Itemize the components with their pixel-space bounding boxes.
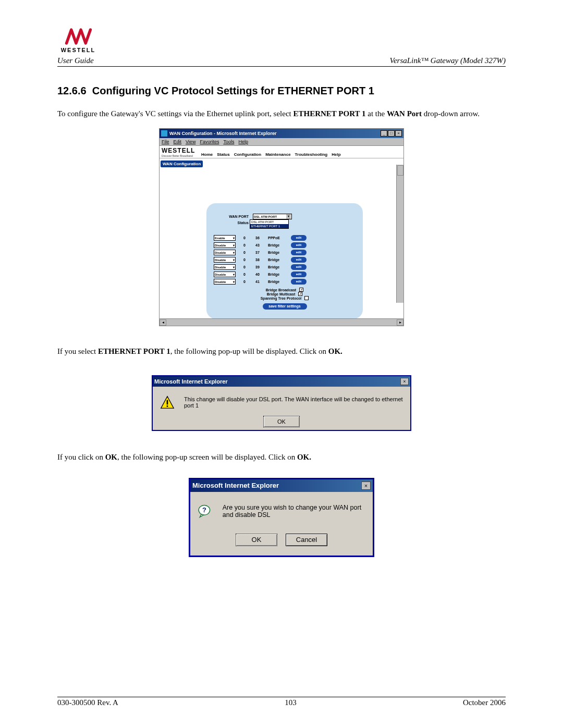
edit-button[interactable]: edit bbox=[291, 257, 307, 263]
menu-tools[interactable]: Tools bbox=[223, 139, 234, 144]
ie-icon bbox=[161, 130, 167, 137]
warning-dialog: Microsoft Internet Explorer × This chang… bbox=[152, 375, 411, 431]
close-button[interactable]: × bbox=[395, 130, 402, 137]
spanning-tree-checkbox[interactable] bbox=[304, 296, 309, 300]
nav-configuration[interactable]: Configuration bbox=[234, 152, 261, 157]
dropdown-option-dsl[interactable]: DSL ATM PORT bbox=[250, 220, 288, 224]
nav-home[interactable]: Home bbox=[201, 152, 213, 157]
row-select[interactable]: Enable▾ bbox=[214, 235, 236, 241]
intro-paragraph: To configure the Gateway's VC settings v… bbox=[57, 108, 506, 119]
vc-table: Enable▾036PPPoEedit Disable▾043Bridgeedi… bbox=[214, 235, 356, 285]
menu-edit[interactable]: Edit bbox=[174, 139, 182, 144]
dialog-message: Are you sure you wish to change your WAN… bbox=[223, 504, 365, 519]
dialog-titlebar: Microsoft Internet Explorer × bbox=[153, 376, 410, 387]
row-select[interactable]: Disable▾ bbox=[214, 264, 236, 270]
main-nav: Home Status Configuration Maintenance Tr… bbox=[201, 147, 341, 157]
menu-view[interactable]: View bbox=[186, 139, 195, 144]
dialog-message: This change will disable your DSL port. … bbox=[184, 396, 403, 409]
menu-file[interactable]: File bbox=[162, 139, 169, 144]
wan-port-dropdown-list[interactable]: DSL ATM PORT ETHERNET PORT 1 bbox=[250, 219, 289, 229]
edit-button[interactable]: edit bbox=[291, 242, 307, 248]
nav-maintenance[interactable]: Maintenance bbox=[265, 152, 290, 157]
svg-text:?: ? bbox=[202, 506, 206, 514]
sidebar-wan-config[interactable]: WAN Configuration bbox=[161, 161, 203, 167]
minimize-button[interactable]: _ bbox=[381, 130, 387, 137]
ok-button[interactable]: OK bbox=[263, 416, 300, 427]
ok-button[interactable]: OK bbox=[236, 534, 277, 546]
maximize-button[interactable]: □ bbox=[388, 130, 395, 137]
row-select[interactable]: Disable▾ bbox=[214, 242, 236, 248]
brand-header: WESTELL Discover Better Broadband Home S… bbox=[160, 146, 403, 158]
edit-button[interactable]: edit bbox=[291, 279, 307, 285]
status-label: Status bbox=[214, 221, 253, 225]
bridge-multicast-label: Bridge Multicast bbox=[267, 292, 295, 296]
close-icon[interactable]: × bbox=[400, 378, 409, 385]
confirm-dialog: Microsoft Internet Explorer × ? Are you … bbox=[189, 478, 374, 557]
cancel-button[interactable]: Cancel bbox=[286, 534, 327, 546]
paragraph-2: If you select ETHERNET PORT 1, the follo… bbox=[57, 346, 506, 356]
nav-status[interactable]: Status bbox=[217, 152, 229, 157]
chevron-down-icon: ▾ bbox=[286, 214, 291, 219]
window-titlebar: WAN Configuration - Microsoft Internet E… bbox=[160, 129, 403, 138]
row-select[interactable]: Disable▾ bbox=[214, 272, 236, 277]
bridge-broadcast-label: Bridge Broadcast bbox=[266, 288, 296, 292]
row-select[interactable]: Disable▾ bbox=[214, 257, 236, 263]
config-panel: WAN PORT DSL ATM PORT ▾ DSL ATM PORT ETH… bbox=[206, 203, 363, 319]
svg-rect-1 bbox=[167, 405, 168, 407]
header-left: User Guide bbox=[57, 56, 94, 65]
wan-port-label: WAN PORT bbox=[214, 215, 253, 218]
horizontal-scrollbar[interactable]: ◂ ▸ bbox=[160, 318, 403, 326]
footer-center: 103 bbox=[285, 698, 297, 707]
edit-button[interactable]: edit bbox=[291, 250, 307, 255]
brand-name: WESTELL bbox=[162, 147, 201, 154]
westell-logo-icon bbox=[64, 26, 93, 47]
page-header: User Guide VersaLink™ Gateway (Model 327… bbox=[57, 56, 506, 67]
paragraph-3: If you click on OK, the following pop-up… bbox=[57, 452, 506, 462]
menu-help[interactable]: Help bbox=[238, 139, 248, 144]
wan-config-screenshot: WAN Configuration - Microsoft Internet E… bbox=[159, 128, 404, 326]
svg-rect-0 bbox=[167, 400, 168, 404]
edit-button[interactable]: edit bbox=[291, 264, 307, 270]
footer-right: October 2006 bbox=[463, 698, 506, 707]
bridge-multicast-checkbox[interactable]: ✓ bbox=[298, 292, 302, 296]
question-icon: ? bbox=[198, 502, 211, 520]
scroll-left-icon[interactable]: ◂ bbox=[160, 319, 166, 326]
footer-left: 030-300500 Rev. A bbox=[57, 698, 118, 707]
dialog-title: Microsoft Internet Explorer bbox=[192, 482, 279, 489]
section-title: 12.6.6 Configuring VC Protocol Settings … bbox=[57, 85, 506, 97]
logo: WESTELL bbox=[57, 26, 99, 53]
menu-favorites[interactable]: Favorites bbox=[200, 139, 219, 144]
wan-port-dropdown[interactable]: DSL ATM PORT ▾ bbox=[253, 214, 292, 219]
spanning-tree-label: Spanning Tree Protocol bbox=[261, 297, 302, 300]
vertical-scrollbar[interactable] bbox=[396, 165, 403, 303]
row-select[interactable]: Disable▾ bbox=[214, 279, 236, 285]
header-right: VersaLink™ Gateway (Model 327W) bbox=[389, 56, 506, 65]
bridge-broadcast-checkbox[interactable]: ✓ bbox=[299, 288, 303, 292]
nav-troubleshooting[interactable]: Troubleshooting bbox=[295, 152, 328, 157]
save-filter-button[interactable]: save filter settings bbox=[263, 303, 307, 310]
dialog-titlebar: Microsoft Internet Explorer × bbox=[190, 479, 373, 492]
edit-button[interactable]: edit bbox=[291, 272, 307, 277]
dialog-title: Microsoft Internet Explorer bbox=[154, 378, 228, 385]
row-select[interactable]: Disable▾ bbox=[214, 250, 236, 255]
dropdown-option-ethernet[interactable]: ETHERNET PORT 1 bbox=[250, 224, 288, 228]
window-title: WAN Configuration - Microsoft Internet E… bbox=[169, 131, 381, 136]
edit-button[interactable]: edit bbox=[291, 235, 307, 241]
warning-icon bbox=[160, 395, 175, 410]
page-footer: 030-300500 Rev. A 103 October 2006 bbox=[57, 697, 506, 707]
logo-text: WESTELL bbox=[61, 47, 96, 53]
brand-tagline: Discover Better Broadband bbox=[162, 154, 201, 157]
scroll-right-icon[interactable]: ▸ bbox=[397, 319, 403, 326]
nav-help[interactable]: Help bbox=[332, 152, 340, 157]
close-icon[interactable]: × bbox=[361, 482, 371, 490]
menubar: File Edit View Favorites Tools Help bbox=[160, 138, 403, 146]
